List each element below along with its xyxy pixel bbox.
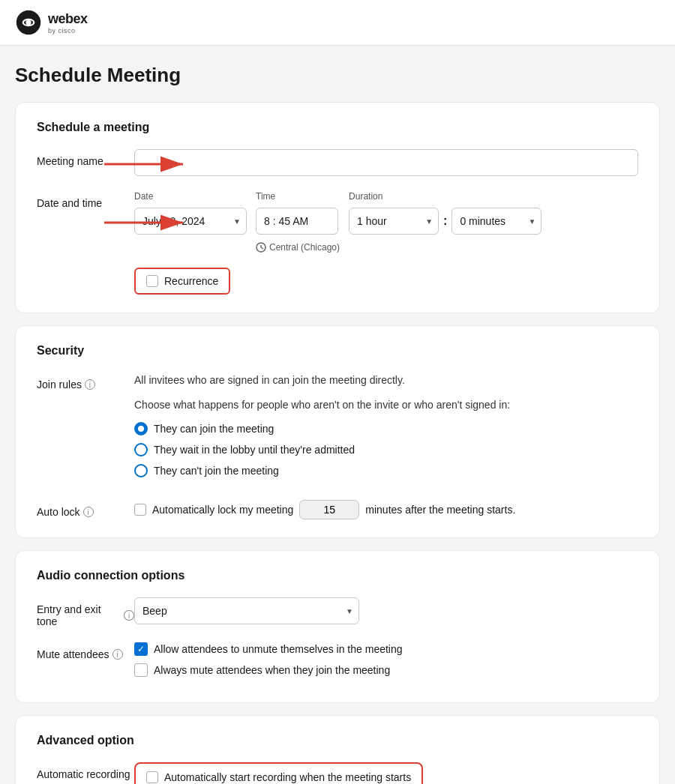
time-field-label: Time	[256, 191, 340, 202]
auto-recording-text: Automatically start recording when the m…	[164, 771, 411, 783]
logo: webex by cisco	[15, 9, 88, 36]
radio-2-label: They wait in the lobby until they're adm…	[154, 444, 355, 456]
meeting-name-control	[134, 149, 638, 176]
svg-point-1	[26, 19, 31, 25]
mute-options: Allow attendees to unmute themselves in …	[134, 642, 403, 684]
timezone-info: Central (Chicago)	[256, 242, 340, 253]
schedule-meeting-card: Schedule a meeting Meeting name Date and…	[15, 102, 660, 313]
join-rules-desc1: All invitees who are signed in can join …	[134, 373, 638, 388]
duration-colon: :	[443, 214, 447, 228]
auto-recording-checkbox-container[interactable]: Automatically start recording when the m…	[134, 762, 423, 784]
date-time-label: Date and time	[37, 191, 134, 209]
radio-1-icon[interactable]	[134, 422, 148, 435]
radio-option-3[interactable]: They can't join the meeting	[134, 464, 638, 477]
svg-line-8	[261, 247, 263, 249]
advanced-section-title: Advanced option	[37, 734, 638, 747]
clock-icon	[256, 242, 266, 253]
auto-lock-text1: Automatically lock my meeting	[152, 504, 293, 516]
mute-option-2[interactable]: Always mute attendees when they join the…	[134, 663, 403, 677]
date-field-label: Date	[134, 191, 247, 202]
security-section-title: Security	[37, 344, 638, 358]
join-rules-desc2: Choose what happens for people who aren'…	[134, 397, 638, 413]
page-title: Schedule Meeting	[15, 64, 660, 87]
join-rules-label: Join rules i	[37, 373, 134, 391]
header: webex by cisco	[0, 0, 675, 46]
radio-1-label: They can join the meeting	[154, 423, 274, 435]
logo-cisco-label: by cisco	[48, 27, 88, 34]
radio-2-icon[interactable]	[134, 443, 148, 456]
auto-lock-content: Automatically lock my meeting minutes af…	[134, 500, 515, 519]
date-time-fields: Date July 10, 2024 ▼ Time 8 : 45 AM	[134, 191, 638, 253]
duration-minutes-select[interactable]: 0 minutes	[452, 208, 542, 235]
auto-lock-minutes-input[interactable]	[299, 500, 359, 519]
logo-text: webex by cisco	[48, 11, 88, 34]
date-time-control: Date July 10, 2024 ▼ Time 8 : 45 AM	[134, 191, 638, 253]
entry-tone-info-icon[interactable]: i	[124, 610, 134, 621]
auto-lock-text2: minutes after the meeting starts.	[365, 504, 515, 516]
mute-attendees-row: Mute attendees i Allow attendees to unmu…	[37, 642, 638, 684]
duration-minutes-wrapper: 0 minutes ▼	[452, 208, 542, 235]
join-rules-info-icon[interactable]: i	[85, 379, 95, 390]
duration-hour-select[interactable]: 1 hour	[349, 208, 439, 235]
schedule-section-title: Schedule a meeting	[37, 121, 638, 134]
auto-lock-label: Auto lock i	[37, 500, 134, 518]
auto-lock-checkbox[interactable]	[134, 504, 146, 516]
arrow-meeting-name	[104, 154, 194, 175]
auto-recording-checkbox[interactable]	[146, 771, 158, 783]
entry-tone-row: Entry and exit tone i Beep ▼	[37, 597, 638, 627]
security-card: Security Join rules i All invitees who a…	[15, 325, 660, 538]
recurrence-row: Recurrence	[37, 268, 638, 295]
date-time-row: Date and time Date	[37, 191, 638, 253]
duration-row: 1 hour ▼ : 0 minutes ▼	[349, 208, 542, 235]
webex-logo-icon	[15, 9, 42, 36]
mute-checkbox-2[interactable]	[134, 663, 148, 677]
duration-section: Duration 1 hour ▼ : 0 min	[349, 191, 542, 235]
auto-lock-row: Auto lock i Automatically lock my meetin…	[37, 500, 638, 519]
recurrence-label: Recurrence	[164, 275, 218, 287]
mute-info-icon[interactable]: i	[112, 649, 123, 660]
logo-webex-label: webex	[48, 11, 88, 27]
auto-recording-content-wrapper: Automatically start recording when the m…	[134, 762, 423, 784]
auto-lock-info-icon[interactable]: i	[83, 507, 94, 517]
time-input[interactable]: 8 : 45 AM	[256, 208, 338, 235]
join-rules-row: Join rules i All invitees who are signed…	[37, 373, 638, 485]
auto-recording-label: Automatic recording	[37, 762, 134, 780]
entry-tone-select-wrapper: Beep ▼	[134, 597, 359, 624]
auto-recording-row: Automatic recording Automatically start …	[37, 762, 638, 784]
join-rules-content: All invitees who are signed in can join …	[134, 373, 638, 485]
duration-hour-wrapper: 1 hour ▼	[349, 208, 439, 235]
entry-tone-content: Beep ▼	[134, 597, 359, 624]
radio-3-icon[interactable]	[134, 464, 148, 477]
mute-attendees-label: Mute attendees i	[37, 642, 134, 660]
meeting-name-input[interactable]	[134, 149, 638, 176]
mute-option-1-label: Allow attendees to unmute themselves in …	[154, 643, 403, 655]
audio-section-title: Audio connection options	[37, 569, 638, 582]
entry-tone-label: Entry and exit tone i	[37, 597, 134, 627]
radio-3-label: They can't join the meeting	[154, 465, 279, 477]
page-content: Schedule Meeting Schedule a meeting Meet…	[0, 46, 675, 784]
entry-tone-select[interactable]: Beep	[134, 597, 359, 624]
recurrence-checkbox-container[interactable]: Recurrence	[134, 268, 230, 295]
mute-option-1[interactable]: Allow attendees to unmute themselves in …	[134, 642, 403, 656]
time-section: Time 8 : 45 AM Central (Chicago)	[256, 191, 340, 253]
radio-option-1[interactable]: They can join the meeting	[134, 422, 638, 435]
duration-field-label: Duration	[349, 191, 542, 202]
meeting-name-row: Meeting name	[37, 149, 638, 176]
advanced-card: Advanced option Automatic recording Auto…	[15, 715, 660, 784]
mute-option-2-label: Always mute attendees when they join the…	[154, 664, 390, 676]
arrow-date	[104, 212, 194, 233]
audio-card: Audio connection options Entry and exit …	[15, 550, 660, 703]
recurrence-checkbox[interactable]	[146, 275, 158, 287]
mute-checkbox-1[interactable]	[134, 642, 148, 656]
radio-option-2[interactable]: They wait in the lobby until they're adm…	[134, 443, 638, 456]
